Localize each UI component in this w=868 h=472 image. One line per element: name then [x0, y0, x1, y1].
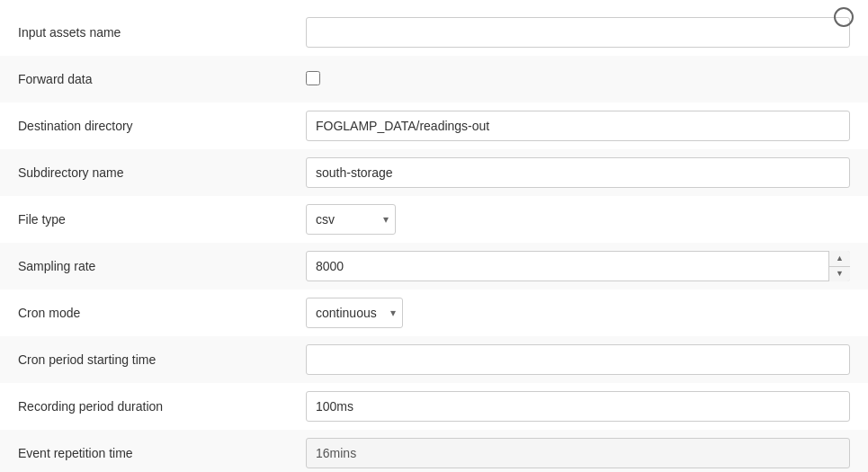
spinner-up-sampling-rate[interactable]: ▲	[829, 251, 850, 267]
form-container: Input assets nameForward dataDestination…	[0, 0, 868, 472]
control-subdirectory-name	[306, 157, 850, 188]
label-cron-mode: Cron mode	[18, 306, 306, 320]
label-subdirectory-name: Subdirectory name	[18, 165, 306, 180]
spinner-buttons-sampling-rate: ▲▼	[828, 251, 850, 281]
label-cron-period-starting-time: Cron period starting time	[18, 352, 306, 367]
control-forward-data	[306, 71, 850, 88]
control-cron-period-starting-time	[306, 344, 850, 375]
label-input-assets-name: Input assets name	[18, 25, 306, 40]
form-row-cron-period-starting-time: Cron period starting time	[0, 336, 868, 383]
control-recording-period-duration	[306, 391, 850, 422]
spinner-down-sampling-rate[interactable]: ▼	[829, 267, 850, 282]
select-wrapper-file-type: csvjsonxml	[306, 204, 396, 235]
label-sampling-rate: Sampling rate	[18, 259, 306, 273]
control-cron-mode: continuousoncedaily	[306, 298, 850, 328]
control-file-type: csvjsonxml	[306, 204, 850, 235]
form-row-recording-period-duration: Recording period duration	[0, 383, 868, 430]
form-row-file-type: File typecsvjsonxml	[0, 196, 868, 243]
input-subdirectory-name[interactable]	[306, 157, 850, 188]
label-recording-period-duration: Recording period duration	[18, 399, 306, 414]
help-icon-container	[834, 7, 854, 27]
form-row-input-assets-name: Input assets name	[0, 9, 868, 56]
checkbox-forward-data[interactable]	[306, 71, 320, 85]
spinner-input-sampling-rate[interactable]	[306, 251, 850, 281]
label-destination-directory: Destination directory	[18, 119, 306, 133]
form-row-subdirectory-name: Subdirectory name	[0, 149, 868, 196]
spinner-wrapper-sampling-rate: ▲▼	[306, 251, 850, 281]
input-recording-period-duration[interactable]	[306, 391, 850, 422]
help-icon[interactable]	[834, 7, 854, 27]
control-input-assets-name	[306, 17, 850, 48]
label-event-repetition-time: Event repetition time	[18, 446, 306, 460]
input-destination-directory[interactable]	[306, 111, 850, 141]
select-wrapper-cron-mode: continuousoncedaily	[306, 298, 403, 328]
label-file-type: File type	[18, 212, 306, 227]
control-sampling-rate: ▲▼	[306, 251, 850, 281]
form-row-forward-data: Forward data	[0, 56, 868, 102]
input-event-repetition-time	[306, 438, 850, 468]
select-cron-mode[interactable]: continuousoncedaily	[306, 298, 403, 328]
input-cron-period-starting-time[interactable]	[306, 344, 850, 375]
form-row-event-repetition-time: Event repetition time	[0, 430, 868, 472]
form-row-cron-mode: Cron modecontinuousoncedaily	[0, 289, 868, 336]
control-destination-directory	[306, 111, 850, 141]
form-row-sampling-rate: Sampling rate▲▼	[0, 243, 868, 289]
form-row-destination-directory: Destination directory	[0, 102, 868, 149]
input-input-assets-name[interactable]	[306, 17, 850, 48]
label-forward-data: Forward data	[18, 72, 306, 86]
control-event-repetition-time	[306, 438, 850, 468]
select-file-type[interactable]: csvjsonxml	[306, 204, 396, 235]
